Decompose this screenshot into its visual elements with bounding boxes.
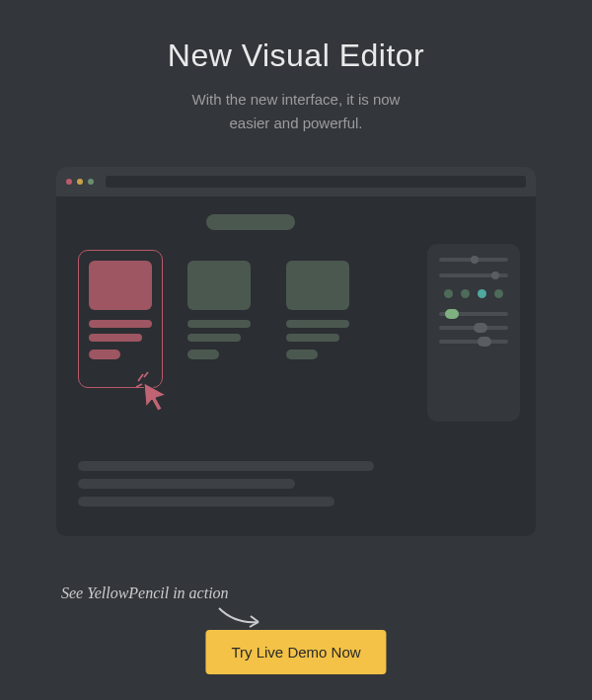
close-dot-icon <box>66 179 72 185</box>
card-button-placeholder <box>89 350 120 359</box>
page-title: New Visual Editor <box>0 38 592 74</box>
card-text-line <box>89 320 152 328</box>
slider-knob-icon <box>474 323 487 333</box>
try-demo-button[interactable]: Try Live Demo Now <box>205 630 386 674</box>
svg-line-1 <box>144 372 148 377</box>
card-text-line <box>89 334 142 342</box>
card-image-placeholder <box>187 261 251 310</box>
slider-knob-icon <box>491 272 499 279</box>
card-text-line <box>187 320 251 328</box>
placeholder-pill <box>206 214 295 230</box>
card <box>275 250 360 388</box>
header: New Visual Editor With the new interface… <box>0 0 592 135</box>
swatch-icon <box>444 289 453 298</box>
maximize-dot-icon <box>88 179 94 185</box>
svg-line-0 <box>138 374 143 381</box>
minimize-dot-icon <box>77 179 83 185</box>
slider <box>439 258 508 262</box>
page-subtitle: With the new interface, it is now easier… <box>0 88 592 135</box>
swatch-icon <box>461 289 470 298</box>
card-image-placeholder <box>89 261 152 310</box>
cursor-pointer-icon <box>134 371 178 415</box>
card-text-line <box>286 320 349 328</box>
swatch-icon <box>494 289 503 298</box>
color-swatches <box>439 289 508 298</box>
card <box>177 250 261 388</box>
slider <box>439 312 508 316</box>
swatch-icon <box>478 289 486 298</box>
window-titlebar <box>56 167 536 196</box>
card-button-placeholder <box>286 350 318 359</box>
slider <box>439 326 508 330</box>
card-text-line <box>286 334 339 342</box>
card-button-placeholder <box>187 350 219 359</box>
paragraph-placeholder <box>78 461 374 514</box>
card-selected <box>78 250 163 388</box>
slider-knob-icon <box>478 337 491 347</box>
slider <box>439 273 508 277</box>
window-controls <box>66 179 94 185</box>
slider <box>439 340 508 344</box>
editor-window-mockup <box>56 167 536 536</box>
card-image-placeholder <box>286 261 349 310</box>
text-line-placeholder <box>78 479 295 489</box>
editor-canvas <box>56 196 536 536</box>
slider-knob-icon <box>445 309 459 319</box>
address-bar <box>106 176 526 188</box>
handwritten-annotation: See YellowPencil in action <box>61 584 229 602</box>
properties-panel <box>427 244 520 422</box>
svg-line-2 <box>136 384 142 387</box>
slider-knob-icon <box>471 256 479 264</box>
card-text-line <box>187 334 241 342</box>
text-line-placeholder <box>78 497 334 506</box>
text-line-placeholder <box>78 461 374 471</box>
